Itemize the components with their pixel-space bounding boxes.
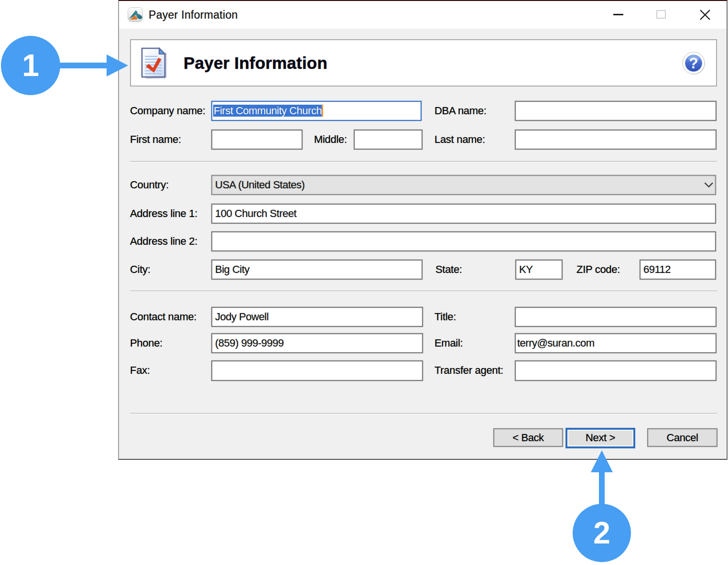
svg-text:?: ? bbox=[689, 55, 698, 72]
